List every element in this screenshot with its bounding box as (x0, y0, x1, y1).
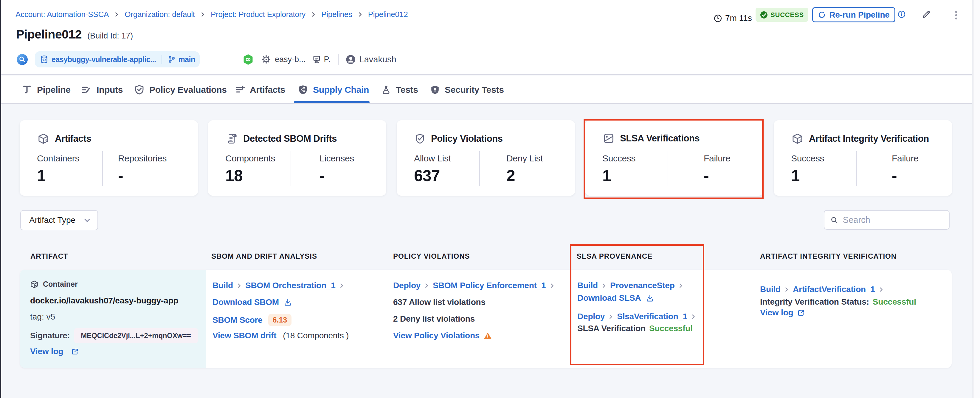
artifact-signature: Signature: MEQCICde2Vjl...L+2+mqnOXw== (30, 328, 198, 343)
scrollbar-gutter[interactable] (972, 0, 980, 398)
chevron-right-icon (236, 283, 242, 289)
status-badge: SUCCESS (756, 8, 808, 22)
triggered-by-user[interactable]: Lavakush (360, 54, 396, 64)
artifact-tag: tag: v5 (30, 312, 55, 321)
package-box-icon (38, 133, 49, 145)
package-box-icon (792, 133, 803, 145)
check-circle-icon (760, 11, 768, 19)
chevron-right-icon (310, 12, 316, 17)
chevron-right-icon (878, 287, 884, 293)
sbom-score: SBOM Score 6.13 (213, 314, 291, 326)
tab-bar: Pipeline Inputs Policy Evaluations Artif… (1, 75, 972, 104)
tab-security-tests[interactable]: Security Tests (430, 75, 504, 104)
search-input[interactable] (843, 215, 943, 225)
pipeline-config-name[interactable]: easy-b... (275, 55, 306, 64)
integrity-view-log[interactable]: View log (760, 308, 805, 317)
sbom-scroll-icon (226, 133, 237, 145)
tab-policy-evaluations[interactable]: Policy Evaluations (134, 75, 227, 104)
clock-icon (714, 14, 722, 23)
page-title: Pipeline012 (16, 27, 82, 42)
breadcrumb-pipelines[interactable]: Pipelines (321, 10, 352, 19)
sbom-score-link[interactable]: SBOM Score (213, 315, 262, 325)
warning-triangle-icon (484, 332, 492, 340)
artifact-type: Container (30, 280, 78, 289)
artifact-type-dropdown[interactable]: Artifact Type (20, 210, 98, 230)
sbom-drift: View SBOM drift (18 Components ) (213, 331, 349, 340)
repo-name[interactable]: easybuggy-vulnerable-applic... (52, 55, 156, 64)
download-icon (284, 298, 292, 307)
external-link-icon (797, 309, 805, 316)
step-link[interactable]: SBOM Policy Enforcement_1 (433, 281, 546, 290)
repo-branch-chip[interactable]: easybuggy-vulnerable-applic... main (35, 51, 200, 67)
delegate-icon (312, 55, 321, 64)
col-header-artifact: ARTIFACT (30, 252, 68, 261)
rerun-pipeline-button[interactable]: Re-run Pipeline (812, 7, 895, 22)
deny-list-violations: 2 Deny list violations (393, 314, 475, 324)
external-link-icon (71, 348, 79, 355)
branch-name[interactable]: main (178, 55, 195, 64)
breadcrumb-current[interactable]: Pipeline012 (368, 10, 408, 19)
signature-value-pill: MEQCICde2Vjl...L+2+mqnOXw== (74, 328, 198, 343)
tab-tests[interactable]: Tests (382, 75, 418, 104)
integrity-breadcrumb: Build ArtifactVerification_1 (760, 285, 887, 294)
stage-link[interactable]: Deploy (393, 281, 420, 290)
edit-pencil-icon[interactable] (921, 10, 931, 19)
view-policy-violations[interactable]: View Policy Violations (393, 331, 492, 340)
gear-icon[interactable] (261, 54, 271, 64)
stage-link[interactable]: Build (213, 281, 233, 290)
annotation-box-slsa-column (570, 245, 704, 365)
chevron-right-icon (357, 12, 363, 17)
supply-chain-shield-icon (298, 85, 308, 95)
card-artifact-integrity: Artifact Integrity Verification Success1… (774, 120, 952, 196)
stage-link[interactable]: Build (760, 285, 781, 294)
allow-list-violations: 637 Allow list violations (393, 297, 485, 307)
info-icon[interactable] (898, 10, 905, 18)
security-shield-icon (430, 85, 440, 94)
inputs-icon (81, 85, 92, 95)
tab-artifacts[interactable]: Artifacts (235, 75, 285, 104)
step-link[interactable]: ArtifactVerification_1 (793, 285, 875, 294)
col-header-policy: POLICY VIOLATIONS (393, 252, 470, 261)
chevron-down-icon (83, 217, 91, 224)
sbom-stage-breadcrumb: Build SBOM Orchestration_1 (213, 281, 348, 290)
build-id: (Build Id: 17) (88, 31, 133, 41)
breadcrumb-account[interactable]: Account: Automation-SSCA (16, 10, 109, 19)
chevron-right-icon (549, 283, 555, 289)
artifact-image-name: docker.io/lavakush07/easy-buggy-app (30, 296, 178, 305)
integrity-status: Integrity Verification Status: Successfu… (760, 297, 916, 307)
refresh-icon (818, 11, 826, 19)
meta-divider (338, 54, 339, 65)
delegate-name[interactable]: P. (324, 55, 331, 64)
harness-ci-module-icon (243, 54, 253, 65)
view-sbom-drift-link[interactable]: View SBOM drift (213, 331, 276, 340)
execution-duration: 7m 11s (714, 11, 752, 26)
execution-icon (17, 54, 28, 65)
page-header: Account: Automation-SSCA Organization: d… (1, 0, 972, 75)
kebab-menu-icon[interactable] (955, 11, 957, 20)
active-tab-underline (294, 101, 369, 103)
nav-collapsed-edge (0, 0, 1, 398)
chip-divider (162, 55, 162, 64)
policy-stage-breadcrumb: Deploy SBOM Policy Enforcement_1 (393, 281, 558, 290)
status-successful: Successful (873, 297, 916, 307)
artifact-view-log[interactable]: View log (30, 347, 79, 356)
breadcrumb-organization[interactable]: Organization: default (124, 10, 195, 19)
sbom-score-badge: 6.13 (268, 314, 292, 326)
breadcrumb: Account: Automation-SSCA Organization: d… (16, 9, 408, 20)
breadcrumb-project[interactable]: Project: Product Exploratory (211, 10, 305, 19)
pipeline-icon (22, 85, 32, 94)
chevron-right-icon (424, 283, 430, 289)
container-box-icon (30, 280, 38, 289)
download-sbom[interactable]: Download SBOM (213, 297, 292, 307)
drift-components-note: (18 Components ) (283, 331, 349, 340)
tab-pipeline[interactable]: Pipeline (22, 75, 71, 104)
search-icon (830, 216, 838, 224)
shield-check-icon (415, 133, 425, 145)
tab-inputs[interactable]: Inputs (81, 75, 123, 104)
user-avatar-icon (346, 54, 356, 64)
card-sbom-drifts: Detected SBOM Drifts Components18 Licens… (208, 120, 386, 196)
tab-supply-chain[interactable]: Supply Chain (298, 75, 369, 104)
search-box[interactable] (824, 210, 950, 230)
card-policy-violations: Policy Violations Allow List637 Deny Lis… (397, 120, 575, 196)
step-link[interactable]: SBOM Orchestration_1 (245, 281, 336, 290)
